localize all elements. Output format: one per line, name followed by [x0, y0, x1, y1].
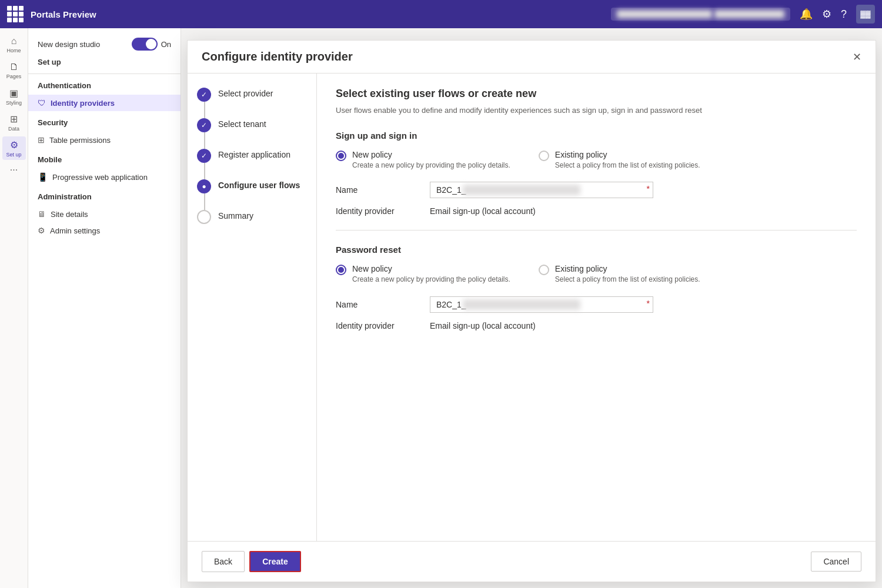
content-desc: User flows enable you to define and modi…: [336, 105, 857, 116]
gear-icon[interactable]: ⚙: [822, 8, 831, 21]
footer-left-buttons: Back Create: [202, 551, 301, 572]
step-select-provider: ✓ Select provider: [197, 88, 307, 102]
content-title: Select existing user flows or create new: [336, 88, 857, 100]
step-select-tenant: ✓ Select tenant: [197, 118, 307, 132]
signup-identity-provider-label: Identity provider: [336, 206, 430, 216]
toggle-switch[interactable]: On: [132, 38, 171, 51]
sidebar-item-setup[interactable]: ⚙ Set up: [2, 136, 26, 160]
design-studio-toggle-row: New design studio On: [28, 38, 181, 58]
identity-providers-label: Identity providers: [51, 99, 115, 108]
back-button[interactable]: Back: [202, 551, 245, 572]
password-identity-provider-label: Identity provider: [336, 321, 430, 330]
step-configure-user-flows: ● Configure user flows: [197, 179, 307, 193]
step-circle-3: ✓: [197, 149, 211, 163]
pwa-label: Progressive web application: [52, 173, 148, 182]
security-title: Security: [28, 118, 181, 132]
signup-name-required: *: [647, 184, 650, 193]
signup-new-policy-option[interactable]: New policy Create a new policy by provid…: [336, 150, 510, 171]
toggle-on-label: On: [161, 40, 171, 49]
dialog-body: ✓ Select provider ✓ Select tenant ✓ Regi…: [188, 74, 876, 541]
password-new-policy-option[interactable]: New policy Create a new policy by provid…: [336, 264, 510, 285]
toggle-thumb: [146, 39, 156, 49]
pages-label: Pages: [6, 74, 22, 79]
help-icon[interactable]: ?: [841, 8, 847, 21]
avatar[interactable]: ▓▓: [856, 5, 875, 24]
create-button[interactable]: Create: [249, 551, 301, 572]
password-name-field-row: Name blurredpolicynamefield *: [336, 296, 857, 313]
administration-title: Administration: [28, 192, 181, 206]
dialog-content: Select existing user flows or create new…: [317, 74, 876, 541]
left-panel: New design studio On Set up Authenticati…: [28, 28, 181, 588]
cancel-button[interactable]: Cancel: [811, 552, 861, 572]
password-existing-policy-radio[interactable]: [539, 265, 549, 275]
account-info[interactable]: account.domain.microsoft.com Portal-Prev…: [611, 8, 790, 21]
nav-item-table-permissions[interactable]: ⊞ Table permissions: [28, 132, 181, 148]
waffle-menu[interactable]: [7, 6, 24, 22]
sidebar-item-data[interactable]: ⊞ Data: [2, 111, 26, 134]
password-new-policy-label: New policy: [352, 264, 510, 273]
signup-name-blurred: blurredpolicynamefield: [463, 185, 580, 195]
site-details-icon: 🖥: [38, 209, 46, 219]
step-label-4: Configure user flows: [218, 179, 300, 190]
signup-new-policy-label: New policy: [352, 150, 510, 159]
signup-existing-policy-desc: Select a policy from the list of existin…: [555, 161, 700, 171]
step-label-1: Select provider: [218, 88, 273, 98]
bell-icon[interactable]: 🔔: [800, 8, 813, 21]
password-existing-policy-option[interactable]: Existing policy Select a policy from the…: [539, 264, 700, 285]
app-title: Portals Preview: [31, 9, 604, 19]
signup-new-policy-desc: Create a new policy by providing the pol…: [352, 161, 510, 171]
password-identity-provider-value: Email sign-up (local account): [430, 321, 536, 330]
sidebar-item-pages[interactable]: 🗋 Pages: [2, 59, 26, 82]
new-design-studio-label: New design studio: [38, 40, 100, 49]
wizard-steps: ✓ Select provider ✓ Select tenant ✓ Regi…: [188, 74, 317, 541]
table-permissions-label: Table permissions: [49, 136, 111, 145]
setup-label: Set up: [6, 152, 21, 158]
step-connector-1: [204, 102, 205, 118]
step-circle-2: ✓: [197, 118, 211, 132]
pages-icon: 🗋: [9, 62, 19, 72]
sidebar-item-styling[interactable]: ▣ Styling: [2, 85, 26, 108]
mobile-title: Mobile: [28, 155, 181, 169]
topbar-right: account.domain.microsoft.com Portal-Prev…: [611, 5, 875, 24]
account-line2: Portal-Preview-blurred: [714, 10, 784, 18]
more-icon[interactable]: ···: [10, 165, 18, 175]
step-circle-4: ●: [197, 179, 211, 193]
section-divider: [336, 230, 857, 230]
authentication-section: Authentication 🛡 Identity providers: [28, 81, 181, 111]
step-circle-5: [197, 210, 211, 224]
step-connector-4: [204, 193, 205, 210]
main-layout: ⌂ Home 🗋 Pages ▣ Styling ⊞ Data ⚙ Set up…: [0, 28, 882, 588]
step-connector-3: [204, 163, 205, 179]
styling-label: Styling: [6, 100, 22, 106]
password-reset-policy-options: New policy Create a new policy by provid…: [336, 264, 857, 285]
signup-policy-options: New policy Create a new policy by provid…: [336, 150, 857, 171]
step-register-application: ✓ Register application: [197, 149, 307, 163]
password-new-policy-desc: Create a new policy by providing the pol…: [352, 275, 510, 285]
password-existing-policy-text: Existing policy Select a policy from the…: [555, 264, 700, 285]
password-new-policy-text: New policy Create a new policy by provid…: [352, 264, 510, 285]
signup-name-label: Name: [336, 185, 430, 195]
signup-existing-policy-option[interactable]: Existing policy Select a policy from the…: [539, 150, 700, 171]
signup-section-heading: Sign up and sign in: [336, 131, 857, 141]
nav-item-identity-providers[interactable]: 🛡 Identity providers: [28, 95, 181, 111]
nav-item-site-details[interactable]: 🖥 Site details: [28, 206, 181, 222]
signup-existing-policy-radio[interactable]: [539, 151, 549, 161]
step-connector-2: [204, 132, 205, 149]
data-label: Data: [8, 126, 19, 132]
sidebar-item-home[interactable]: ⌂ Home: [2, 33, 26, 56]
signup-new-policy-radio[interactable]: [336, 151, 346, 161]
nav-item-admin-settings[interactable]: ⚙ Admin settings: [28, 222, 181, 239]
close-button[interactable]: ✕: [853, 51, 861, 64]
authentication-title: Authentication: [28, 81, 181, 95]
signup-identity-provider-row: Identity provider Email sign-up (local a…: [336, 206, 857, 216]
topbar: Portals Preview account.domain.microsoft…: [0, 0, 882, 28]
mobile-section: Mobile 📱 Progressive web application: [28, 155, 181, 185]
toggle-track[interactable]: [132, 38, 158, 51]
configure-identity-provider-dialog: Configure identity provider ✕ ✓ Select p…: [187, 40, 876, 582]
setup-icon: ⚙: [10, 139, 18, 151]
nav-item-pwa[interactable]: 📱 Progressive web application: [28, 169, 181, 185]
signup-name-input-wrap: blurredpolicynamefield *: [430, 182, 653, 198]
avatar-initials: ▓▓: [860, 10, 871, 18]
password-new-policy-radio[interactable]: [336, 265, 346, 275]
signup-existing-policy-label: Existing policy: [555, 150, 700, 159]
